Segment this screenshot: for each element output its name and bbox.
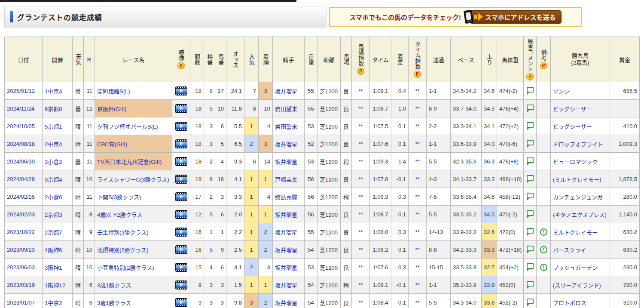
video-icon[interactable] (175, 192, 187, 201)
winner-link[interactable]: ビューロマジック (553, 159, 598, 165)
winner-link[interactable]: バースクライ (553, 247, 586, 253)
video-icon[interactable] (175, 298, 187, 307)
video-icon[interactable] (175, 175, 187, 184)
winner-link[interactable]: ドロップオブライト (553, 141, 603, 148)
video-icon[interactable] (175, 86, 187, 95)
date-link[interactable]: 2023/10/22 (7, 229, 35, 235)
jockey-link[interactable]: 坂井瑠星 (275, 247, 297, 253)
date-link[interactable]: 2024/04/28 (7, 176, 35, 182)
race-name-link[interactable]: 小豆島特別(2勝クラス) (97, 265, 154, 271)
jockey-link[interactable]: 坂井瑠星 (275, 141, 297, 148)
date-link[interactable]: 2024/08/18 (7, 141, 35, 147)
stable-comment-icon[interactable] (527, 122, 534, 128)
winner-link[interactable]: ビッグシーザー (553, 123, 592, 130)
venue-link[interactable]: 2中京4 (45, 141, 62, 148)
jockey-link[interactable]: 坂井瑠星 (275, 159, 297, 165)
winner-link[interactable]: カンチェンジュンガ (553, 194, 603, 200)
jockey-link[interactable]: 坂井瑠星 (275, 282, 297, 289)
remark-exclamation-icon[interactable]: ! (540, 246, 547, 253)
race-name-link[interactable]: 夕刊フジ杯オパールS(L) (97, 123, 158, 130)
stable-comment-icon[interactable] (527, 157, 534, 163)
date-link[interactable]: 2023/09/23 (7, 246, 35, 253)
video-icon[interactable] (175, 122, 187, 131)
video-icon[interactable] (175, 245, 187, 254)
race-name-link[interactable]: 淀短距離S(L) (97, 88, 130, 95)
winner-link[interactable]: ビッグシーザー (553, 106, 592, 112)
cell-margin: 1.0 (391, 100, 409, 117)
table-row: 2025/01/121中京4曇11淀短距離S(L)1881724.173坂井瑠星… (5, 82, 640, 100)
stable-comment-icon[interactable] (527, 105, 534, 110)
race-name-link[interactable]: 壬生特別(2勝クラス) (97, 229, 149, 236)
winner-link[interactable]: (スリーアイランド) (553, 282, 601, 289)
jockey-link[interactable]: 鮫島克駿 (275, 194, 297, 200)
winner-link[interactable]: (ミルトクレイモー) (553, 176, 601, 183)
stable-comment-icon[interactable] (527, 299, 534, 304)
stable-comment-icon[interactable] (527, 263, 534, 269)
jockey-link[interactable]: 坂井瑠星 (275, 88, 297, 95)
remark-exclamation-icon[interactable]: ! (540, 228, 547, 236)
venue-link[interactable]: 4阪神6 (45, 247, 62, 253)
venue-link[interactable]: 1阪神12 (45, 282, 65, 289)
video-icon[interactable] (175, 157, 187, 166)
race-name-link[interactable]: ライスシャワーC(3勝クラス) (97, 176, 169, 183)
venue-link[interactable]: 3京都4 (45, 176, 62, 183)
date-link[interactable]: 2024/11/24 (7, 105, 34, 112)
cell-time: 1:09.1 (370, 82, 391, 100)
venue-link[interactable]: 1中京2 (45, 300, 62, 306)
venue-link[interactable]: 5京都1 (45, 123, 62, 130)
stable-comment-icon[interactable] (527, 246, 534, 251)
venue-link[interactable]: 3小倉2 (45, 159, 62, 165)
date-link[interactable]: 2023/01/07 (7, 299, 35, 306)
race-name-link[interactable]: 3歳1勝クラス (97, 282, 131, 289)
venue-link[interactable]: 2京都3 (45, 212, 62, 218)
race-name-link[interactable]: TV西日本北九州記念(GIII) (97, 159, 162, 165)
winner-link[interactable]: ブッシュガーデン (553, 265, 598, 271)
remark-exclamation-icon[interactable]: ! (540, 264, 547, 271)
cell-popularity: 1 (244, 241, 259, 259)
video-icon[interactable] (175, 210, 187, 219)
venue-link[interactable]: 1中京4 (45, 88, 62, 95)
jockey-link[interactable]: 坂井瑠星 (275, 212, 297, 218)
race-name-link[interactable]: 北摂特別(2勝クラス) (97, 247, 149, 253)
video-icon[interactable] (175, 280, 187, 290)
jockey-link[interactable]: 坂井瑠星 (275, 300, 297, 306)
jockey-link[interactable]: 岩田望来 (275, 106, 297, 112)
venue-link[interactable]: 6京都8 (45, 106, 62, 112)
stable-comment-icon[interactable] (527, 87, 534, 92)
race-name-link[interactable]: 下関S(3勝クラス) (97, 194, 141, 200)
winner-link[interactable]: プロトポロス (553, 300, 586, 306)
send-address-button[interactable]: スマホにアドレスを送る (470, 10, 562, 24)
race-name-link[interactable]: 3歳1勝クラス (97, 300, 131, 306)
race-name-link[interactable]: 京阪杯(GIII) (97, 106, 127, 112)
cell-race-name: 京阪杯(GIII) (95, 100, 172, 117)
stable-comment-icon[interactable] (527, 193, 534, 198)
date-link[interactable]: 2024/06/30 (7, 158, 35, 165)
stable-comment-icon[interactable] (527, 175, 534, 181)
date-link[interactable]: 2023/03/19 (7, 282, 35, 288)
stable-comment-icon[interactable] (527, 281, 534, 286)
jockey-link[interactable]: 坂井瑠星 (275, 229, 297, 236)
winner-link[interactable]: (キタノエクスプレス) (553, 212, 607, 218)
date-link[interactable]: 2024/10/05 (7, 123, 35, 129)
video-icon[interactable] (175, 228, 187, 237)
venue-link[interactable]: 2小倉6 (45, 194, 62, 200)
video-icon[interactable] (175, 104, 187, 113)
venue-link[interactable]: 2京都7 (45, 229, 62, 236)
video-icon[interactable] (175, 263, 187, 272)
date-link[interactable]: 2025/01/12 (7, 88, 35, 94)
jockey-link[interactable]: 岩田望来 (275, 123, 297, 130)
race-name-link[interactable]: CBC賞(GIII) (97, 141, 127, 148)
jockey-link[interactable]: 戸崎圭太 (275, 176, 297, 183)
date-link[interactable]: 2024/02/25 (7, 194, 35, 200)
stable-comment-icon[interactable] (527, 140, 534, 145)
stable-comment-icon[interactable] (527, 228, 534, 234)
winner-link[interactable]: ソンシ (553, 88, 570, 95)
jockey-link[interactable]: 坂井瑠星 (275, 265, 297, 271)
venue-link[interactable]: 3阪神1 (45, 265, 62, 271)
race-name-link[interactable]: 4歳以上2勝クラス (97, 212, 142, 218)
stable-comment-icon[interactable] (527, 210, 534, 216)
date-link[interactable]: 2024/02/03 (7, 211, 35, 218)
date-link[interactable]: 2023/06/03 (7, 264, 35, 271)
winner-link[interactable]: ミルトクレイモー (553, 229, 598, 236)
video-icon[interactable] (175, 139, 187, 148)
